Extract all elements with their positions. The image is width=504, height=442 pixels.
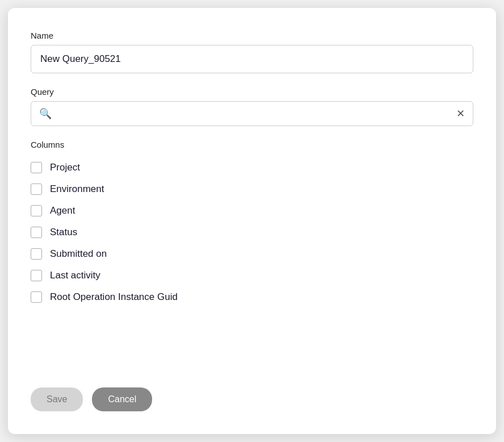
checkbox-label-status: Status bbox=[50, 227, 77, 238]
columns-list: Project Environment Agent Status Submitt… bbox=[31, 157, 473, 307]
checkbox-environment[interactable] bbox=[31, 184, 42, 195]
checkbox-item-environment[interactable]: Environment bbox=[31, 179, 473, 199]
checkbox-label-agent: Agent bbox=[50, 205, 75, 216]
name-field-group: Name bbox=[31, 31, 473, 73]
checkbox-label-last-activity: Last activity bbox=[50, 270, 100, 281]
checkbox-root-operation[interactable] bbox=[31, 291, 42, 303]
dialog: Name Query 🔍 ✕ Columns Project Environme… bbox=[8, 8, 496, 434]
checkbox-label-root-operation: Root Operation Instance Guid bbox=[50, 291, 178, 303]
columns-label: Columns bbox=[31, 140, 473, 149]
name-label: Name bbox=[31, 31, 473, 40]
search-icon: 🔍 bbox=[39, 107, 52, 120]
checkbox-item-status[interactable]: Status bbox=[31, 222, 473, 243]
checkbox-agent[interactable] bbox=[31, 205, 42, 216]
cancel-button[interactable]: Cancel bbox=[92, 387, 152, 411]
checkbox-item-submitted-on[interactable]: Submitted on bbox=[31, 244, 473, 264]
checkbox-status[interactable] bbox=[31, 227, 42, 238]
checkbox-submitted-on[interactable] bbox=[31, 248, 42, 260]
checkbox-last-activity[interactable] bbox=[31, 270, 42, 281]
checkbox-item-agent[interactable]: Agent bbox=[31, 201, 473, 221]
checkbox-item-project[interactable]: Project bbox=[31, 157, 473, 178]
checkbox-item-root-operation[interactable]: Root Operation Instance Guid bbox=[31, 287, 473, 307]
buttons-row: Save Cancel bbox=[31, 369, 473, 411]
query-label: Query bbox=[31, 87, 473, 97]
checkbox-label-environment: Environment bbox=[50, 184, 104, 195]
query-search-input[interactable] bbox=[56, 109, 456, 119]
name-input[interactable] bbox=[31, 45, 473, 73]
save-button[interactable]: Save bbox=[31, 387, 83, 411]
query-field-group: Query 🔍 ✕ bbox=[31, 87, 473, 126]
checkbox-project[interactable] bbox=[31, 162, 42, 173]
clear-icon[interactable]: ✕ bbox=[456, 107, 465, 120]
columns-section: Columns Project Environment Agent Status… bbox=[31, 140, 473, 307]
checkbox-label-submitted-on: Submitted on bbox=[50, 248, 107, 260]
checkbox-label-project: Project bbox=[50, 162, 80, 173]
checkbox-item-last-activity[interactable]: Last activity bbox=[31, 265, 473, 286]
query-search-wrapper: 🔍 ✕ bbox=[31, 101, 473, 126]
